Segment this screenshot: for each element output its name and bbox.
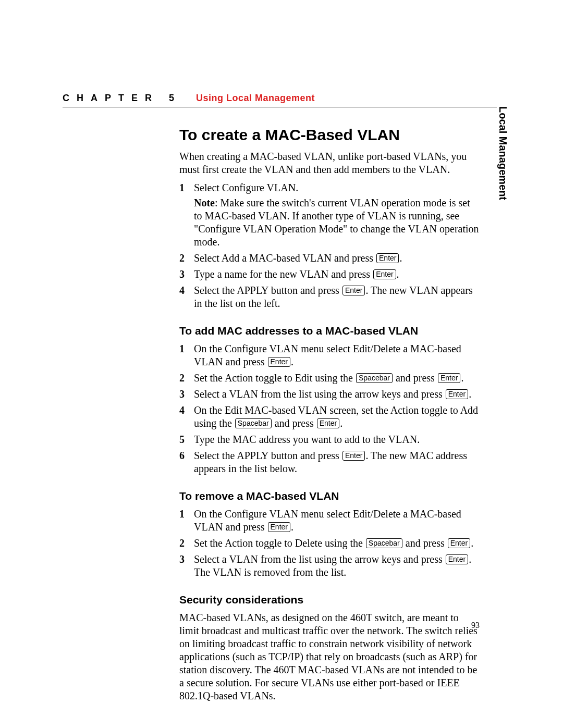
chapter-label: CHAPTER 5 [63,93,181,104]
step-2: Set the Action toggle to Delete using th… [179,537,480,550]
step-tail: . [397,268,399,280]
step-text: On the Configure VLAN menu select Edit/D… [194,343,461,367]
step-tail: . [291,356,293,367]
enter-key-icon: Enter [376,253,399,263]
section-intro: When creating a MAC-based VLAN, unlike p… [179,150,480,176]
add-steps: On the Configure VLAN menu select Edit/D… [179,342,480,475]
create-steps: Select Configure VLAN. Note: Make sure t… [179,181,480,310]
step-6: Select the APPLY button and press Enter.… [179,449,480,475]
note: Note: Make sure the switch's current VLA… [194,196,480,249]
step-text: Set the Action toggle to Edit using the [194,372,356,384]
step-text: Select Add a MAC-based VLAN and press [194,252,376,264]
step-tail: . [340,417,342,429]
step-5: Type the MAC address you want to add to … [179,433,480,446]
step-text: Select a VLAN from the list using the ar… [194,388,445,400]
step-tail: . [471,537,473,549]
step-text: On the Configure VLAN menu select Edit/D… [194,508,461,533]
step-text: Type the MAC address you want to add to … [194,434,420,445]
content: To create a MAC-Based VLAN When creating… [179,107,480,702]
spacebar-key-icon: Spacebar [235,418,272,428]
enter-key-icon: Enter [342,286,365,295]
page-number: 93 [471,621,480,630]
note-text: : Make sure the switch's current VLAN op… [194,197,479,248]
page: CHAPTER 5 Using Local Management Local M… [0,0,563,728]
remove-steps: On the Configure VLAN menu select Edit/D… [179,508,480,579]
enter-key-icon: Enter [373,269,396,279]
step-1: Select Configure VLAN. Note: Make sure t… [179,181,480,249]
enter-key-icon: Enter [342,451,365,461]
step-3: Select a VLAN from the list using the ar… [179,388,480,401]
step-1: On the Configure VLAN menu select Edit/D… [179,342,480,368]
step-tail: . [469,388,471,400]
section-title: To create a MAC-Based VLAN [179,126,480,144]
step-3: Type a name for the new VLAN and press E… [179,268,480,281]
step-mid: and press [272,417,316,429]
security-body: MAC-based VLANs, as designed on the 460T… [179,611,480,702]
step-text: Select a VLAN from the list using the ar… [194,553,445,565]
step-4: On the Edit MAC-based VLAN screen, set t… [179,404,480,430]
enter-key-icon: Enter [448,538,470,548]
step-mid: and press [393,372,437,384]
side-tab: Local Management [497,106,509,200]
enter-key-icon: Enter [268,522,290,532]
step-text: Select the APPLY button and press [194,285,342,296]
enter-key-icon: Enter [317,418,339,428]
note-label: Note [194,197,215,208]
enter-key-icon: Enter [438,373,460,383]
step-text: Set the Action toggle to Delete using th… [194,537,365,549]
step-text: Type a name for the new VLAN and press [194,268,373,280]
step-2: Set the Action toggle to Edit using the … [179,372,480,385]
subsection-title: Security considerations [179,594,480,606]
spacebar-key-icon: Spacebar [356,373,393,383]
subsection-title: To add MAC addresses to a MAC-based VLAN [179,325,480,337]
step-2: Select Add a MAC-based VLAN and press En… [179,252,480,265]
step-text: Select the APPLY button and press [194,450,342,461]
enter-key-icon: Enter [446,554,468,564]
step-tail: . [461,372,463,384]
enter-key-icon: Enter [268,357,290,367]
page-header: CHAPTER 5 Using Local Management [63,93,500,107]
step-3: Select a VLAN from the list using the ar… [179,553,480,579]
step-text: Select Configure VLAN. [194,182,298,193]
spacebar-key-icon: Spacebar [366,538,402,548]
step-tail: . [291,521,293,533]
step-mid: and press [403,537,447,549]
chapter-title: Using Local Management [196,93,315,104]
step-tail: . [399,252,402,264]
enter-key-icon: Enter [446,389,468,399]
subsection-title: To remove a MAC-based VLAN [179,490,480,502]
step-4: Select the APPLY button and press Enter.… [179,284,480,310]
step-1: On the Configure VLAN menu select Edit/D… [179,508,480,534]
